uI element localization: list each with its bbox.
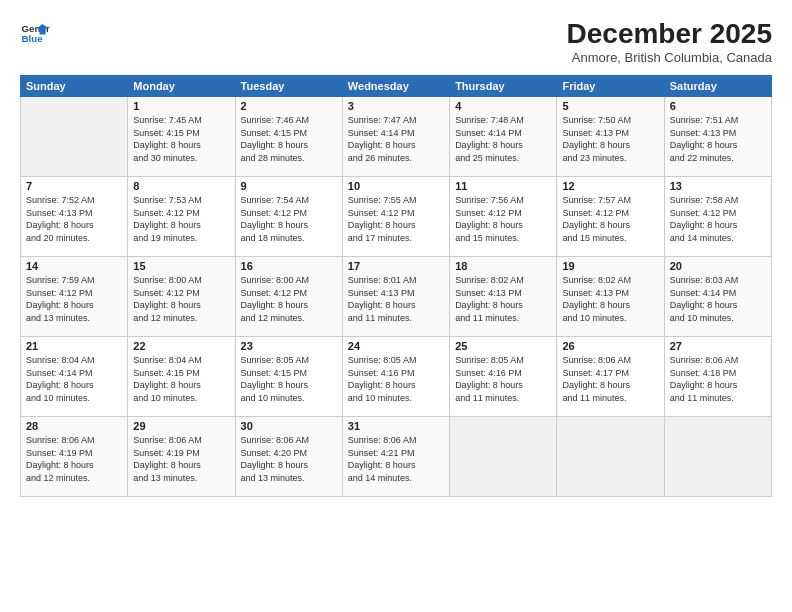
day-cell: 17Sunrise: 8:01 AMSunset: 4:13 PMDayligh… bbox=[342, 257, 449, 337]
day-cell bbox=[21, 97, 128, 177]
day-info: Sunrise: 8:02 AMSunset: 4:13 PMDaylight:… bbox=[455, 274, 551, 324]
col-header-tuesday: Tuesday bbox=[235, 76, 342, 97]
day-number: 19 bbox=[562, 260, 658, 272]
day-info: Sunrise: 8:00 AMSunset: 4:12 PMDaylight:… bbox=[133, 274, 229, 324]
day-info: Sunrise: 7:55 AMSunset: 4:12 PMDaylight:… bbox=[348, 194, 444, 244]
day-cell: 18Sunrise: 8:02 AMSunset: 4:13 PMDayligh… bbox=[450, 257, 557, 337]
day-info: Sunrise: 8:06 AMSunset: 4:18 PMDaylight:… bbox=[670, 354, 766, 404]
day-number: 30 bbox=[241, 420, 337, 432]
calendar-table: SundayMondayTuesdayWednesdayThursdayFrid… bbox=[20, 75, 772, 497]
day-info: Sunrise: 8:04 AMSunset: 4:14 PMDaylight:… bbox=[26, 354, 122, 404]
day-cell: 20Sunrise: 8:03 AMSunset: 4:14 PMDayligh… bbox=[664, 257, 771, 337]
day-info: Sunrise: 8:05 AMSunset: 4:16 PMDaylight:… bbox=[348, 354, 444, 404]
day-cell: 15Sunrise: 8:00 AMSunset: 4:12 PMDayligh… bbox=[128, 257, 235, 337]
day-cell: 31Sunrise: 8:06 AMSunset: 4:21 PMDayligh… bbox=[342, 417, 449, 497]
month-title: December 2025 bbox=[567, 18, 772, 50]
day-info: Sunrise: 7:48 AMSunset: 4:14 PMDaylight:… bbox=[455, 114, 551, 164]
day-info: Sunrise: 8:03 AMSunset: 4:14 PMDaylight:… bbox=[670, 274, 766, 324]
day-number: 1 bbox=[133, 100, 229, 112]
day-number: 10 bbox=[348, 180, 444, 192]
day-cell: 11Sunrise: 7:56 AMSunset: 4:12 PMDayligh… bbox=[450, 177, 557, 257]
logo-icon: General Blue bbox=[20, 18, 50, 48]
day-number: 18 bbox=[455, 260, 551, 272]
day-number: 16 bbox=[241, 260, 337, 272]
day-cell: 22Sunrise: 8:04 AMSunset: 4:15 PMDayligh… bbox=[128, 337, 235, 417]
day-info: Sunrise: 8:05 AMSunset: 4:15 PMDaylight:… bbox=[241, 354, 337, 404]
svg-text:Blue: Blue bbox=[22, 33, 44, 44]
day-info: Sunrise: 8:05 AMSunset: 4:16 PMDaylight:… bbox=[455, 354, 551, 404]
day-info: Sunrise: 7:52 AMSunset: 4:13 PMDaylight:… bbox=[26, 194, 122, 244]
day-cell: 30Sunrise: 8:06 AMSunset: 4:20 PMDayligh… bbox=[235, 417, 342, 497]
day-cell: 25Sunrise: 8:05 AMSunset: 4:16 PMDayligh… bbox=[450, 337, 557, 417]
logo: General Blue bbox=[20, 18, 50, 48]
day-info: Sunrise: 7:59 AMSunset: 4:12 PMDaylight:… bbox=[26, 274, 122, 324]
day-info: Sunrise: 7:46 AMSunset: 4:15 PMDaylight:… bbox=[241, 114, 337, 164]
day-number: 2 bbox=[241, 100, 337, 112]
day-number: 8 bbox=[133, 180, 229, 192]
day-number: 6 bbox=[670, 100, 766, 112]
day-number: 31 bbox=[348, 420, 444, 432]
day-number: 13 bbox=[670, 180, 766, 192]
week-row-2: 7Sunrise: 7:52 AMSunset: 4:13 PMDaylight… bbox=[21, 177, 772, 257]
day-info: Sunrise: 7:47 AMSunset: 4:14 PMDaylight:… bbox=[348, 114, 444, 164]
day-cell: 12Sunrise: 7:57 AMSunset: 4:12 PMDayligh… bbox=[557, 177, 664, 257]
day-cell: 4Sunrise: 7:48 AMSunset: 4:14 PMDaylight… bbox=[450, 97, 557, 177]
day-cell: 23Sunrise: 8:05 AMSunset: 4:15 PMDayligh… bbox=[235, 337, 342, 417]
day-number: 11 bbox=[455, 180, 551, 192]
day-number: 7 bbox=[26, 180, 122, 192]
day-info: Sunrise: 8:02 AMSunset: 4:13 PMDaylight:… bbox=[562, 274, 658, 324]
day-number: 26 bbox=[562, 340, 658, 352]
day-cell: 7Sunrise: 7:52 AMSunset: 4:13 PMDaylight… bbox=[21, 177, 128, 257]
col-header-saturday: Saturday bbox=[664, 76, 771, 97]
week-row-1: 1Sunrise: 7:45 AMSunset: 4:15 PMDaylight… bbox=[21, 97, 772, 177]
day-number: 22 bbox=[133, 340, 229, 352]
page: General Blue December 2025 Anmore, Briti… bbox=[0, 0, 792, 612]
week-row-5: 28Sunrise: 8:06 AMSunset: 4:19 PMDayligh… bbox=[21, 417, 772, 497]
day-cell: 14Sunrise: 7:59 AMSunset: 4:12 PMDayligh… bbox=[21, 257, 128, 337]
day-info: Sunrise: 7:56 AMSunset: 4:12 PMDaylight:… bbox=[455, 194, 551, 244]
day-number: 27 bbox=[670, 340, 766, 352]
day-number: 24 bbox=[348, 340, 444, 352]
day-info: Sunrise: 8:06 AMSunset: 4:19 PMDaylight:… bbox=[133, 434, 229, 484]
day-cell bbox=[450, 417, 557, 497]
day-info: Sunrise: 8:06 AMSunset: 4:21 PMDaylight:… bbox=[348, 434, 444, 484]
col-header-wednesday: Wednesday bbox=[342, 76, 449, 97]
day-info: Sunrise: 7:58 AMSunset: 4:12 PMDaylight:… bbox=[670, 194, 766, 244]
day-number: 25 bbox=[455, 340, 551, 352]
week-row-3: 14Sunrise: 7:59 AMSunset: 4:12 PMDayligh… bbox=[21, 257, 772, 337]
day-info: Sunrise: 8:00 AMSunset: 4:12 PMDaylight:… bbox=[241, 274, 337, 324]
day-info: Sunrise: 8:06 AMSunset: 4:20 PMDaylight:… bbox=[241, 434, 337, 484]
col-header-monday: Monday bbox=[128, 76, 235, 97]
day-info: Sunrise: 8:06 AMSunset: 4:19 PMDaylight:… bbox=[26, 434, 122, 484]
day-number: 20 bbox=[670, 260, 766, 272]
day-cell: 27Sunrise: 8:06 AMSunset: 4:18 PMDayligh… bbox=[664, 337, 771, 417]
day-number: 15 bbox=[133, 260, 229, 272]
header: General Blue December 2025 Anmore, Briti… bbox=[20, 18, 772, 65]
day-cell bbox=[664, 417, 771, 497]
day-cell: 28Sunrise: 8:06 AMSunset: 4:19 PMDayligh… bbox=[21, 417, 128, 497]
col-header-friday: Friday bbox=[557, 76, 664, 97]
day-cell bbox=[557, 417, 664, 497]
day-number: 23 bbox=[241, 340, 337, 352]
day-number: 17 bbox=[348, 260, 444, 272]
day-cell: 13Sunrise: 7:58 AMSunset: 4:12 PMDayligh… bbox=[664, 177, 771, 257]
day-number: 4 bbox=[455, 100, 551, 112]
day-info: Sunrise: 7:45 AMSunset: 4:15 PMDaylight:… bbox=[133, 114, 229, 164]
day-info: Sunrise: 8:01 AMSunset: 4:13 PMDaylight:… bbox=[348, 274, 444, 324]
location: Anmore, British Columbia, Canada bbox=[567, 50, 772, 65]
day-number: 9 bbox=[241, 180, 337, 192]
day-cell: 9Sunrise: 7:54 AMSunset: 4:12 PMDaylight… bbox=[235, 177, 342, 257]
day-cell: 2Sunrise: 7:46 AMSunset: 4:15 PMDaylight… bbox=[235, 97, 342, 177]
week-row-4: 21Sunrise: 8:04 AMSunset: 4:14 PMDayligh… bbox=[21, 337, 772, 417]
day-cell: 24Sunrise: 8:05 AMSunset: 4:16 PMDayligh… bbox=[342, 337, 449, 417]
day-info: Sunrise: 7:57 AMSunset: 4:12 PMDaylight:… bbox=[562, 194, 658, 244]
day-number: 12 bbox=[562, 180, 658, 192]
day-cell: 6Sunrise: 7:51 AMSunset: 4:13 PMDaylight… bbox=[664, 97, 771, 177]
day-number: 14 bbox=[26, 260, 122, 272]
day-info: Sunrise: 7:51 AMSunset: 4:13 PMDaylight:… bbox=[670, 114, 766, 164]
day-info: Sunrise: 7:50 AMSunset: 4:13 PMDaylight:… bbox=[562, 114, 658, 164]
day-number: 29 bbox=[133, 420, 229, 432]
day-info: Sunrise: 7:53 AMSunset: 4:12 PMDaylight:… bbox=[133, 194, 229, 244]
day-info: Sunrise: 8:06 AMSunset: 4:17 PMDaylight:… bbox=[562, 354, 658, 404]
day-cell: 16Sunrise: 8:00 AMSunset: 4:12 PMDayligh… bbox=[235, 257, 342, 337]
